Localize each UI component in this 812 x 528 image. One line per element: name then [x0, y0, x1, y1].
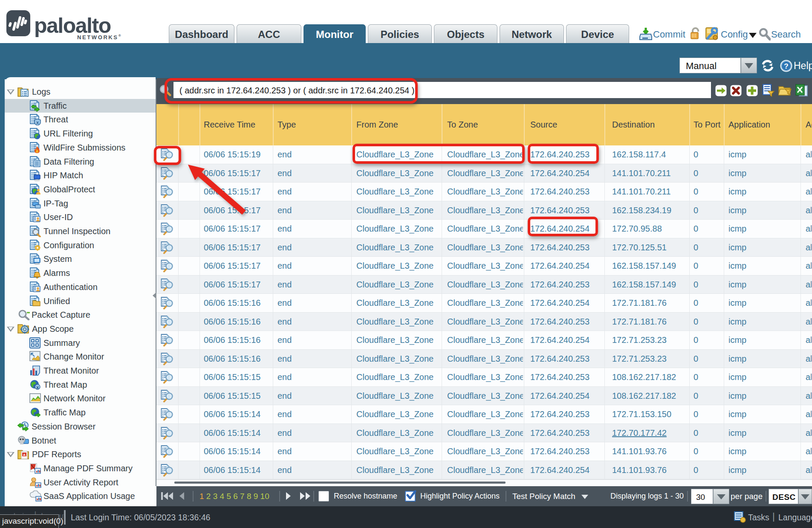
svg-text:x: x	[36, 384, 39, 389]
svg-text:x: x	[36, 120, 39, 125]
svg-text:?: ?	[784, 62, 788, 70]
svg-text:A: A	[23, 453, 26, 457]
